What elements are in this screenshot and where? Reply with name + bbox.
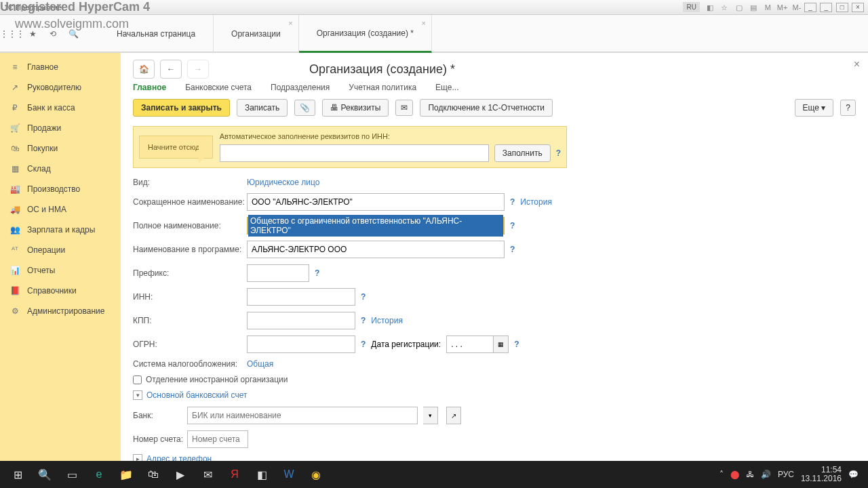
help-icon[interactable]: ? (361, 316, 366, 325)
attach-button[interactable]: 📎 (294, 100, 315, 116)
dropdown-icon[interactable]: ▾ (423, 407, 438, 424)
calc-icon[interactable]: ▤ (748, 2, 759, 13)
edge-icon[interactable]: e (85, 461, 113, 488)
help-icon[interactable]: ? (510, 221, 515, 230)
tool-icon[interactable]: M+ (777, 2, 788, 13)
save-close-button[interactable]: Записать и закрыть (133, 99, 230, 117)
sidebar-item-reports[interactable]: 📊Отчеты (0, 260, 121, 281)
sidebar-item-main[interactable]: ≡Главное (0, 57, 121, 77)
network-icon[interactable]: 🖧 (746, 470, 754, 479)
sidebar-item-admin[interactable]: ⚙Администрирование (0, 301, 121, 321)
tray-icon[interactable]: ˄ (719, 470, 724, 479)
forward-button[interactable]: → (187, 60, 209, 79)
lang-indicator[interactable]: RU (683, 2, 699, 12)
ogrn-input[interactable] (247, 336, 355, 353)
taskview-icon[interactable]: ▭ (58, 461, 85, 488)
star-icon[interactable]: ★ (26, 27, 39, 41)
subtab-bank[interactable]: Банковские счета (185, 83, 252, 92)
bank-input[interactable] (187, 407, 418, 424)
volume-icon[interactable]: 🔊 (761, 470, 771, 479)
movies-icon[interactable]: ▶ (167, 461, 194, 488)
bank-section-toggle[interactable]: ▾ Основной банковский счет (133, 390, 703, 400)
apps-icon[interactable]: ⋮⋮⋮ (5, 27, 19, 41)
tab-org-create[interactable]: Организация (создание) *× (299, 15, 432, 53)
minimize-btn[interactable]: _ (804, 3, 816, 12)
account-input[interactable] (187, 430, 248, 448)
foreign-checkbox[interactable] (133, 375, 142, 384)
tool-icon[interactable]: ◧ (705, 2, 715, 13)
notifications-icon[interactable]: 💬 (848, 470, 859, 479)
inn-autofill-input[interactable] (220, 144, 489, 162)
short-name-input[interactable] (247, 193, 505, 211)
sidebar-item-salary[interactable]: 👥Зарплата и кадры (0, 220, 121, 240)
tab-orgs[interactable]: Организации× (214, 15, 299, 53)
subtab-accounting[interactable]: Учетная политика (349, 83, 416, 92)
regdate-input[interactable] (446, 336, 494, 353)
help-icon[interactable]: ? (315, 268, 319, 278)
prog-name-input[interactable] (247, 241, 505, 258)
help-icon[interactable]: ? (556, 148, 561, 158)
sidebar-item-catalogs[interactable]: 📕Справочники (0, 281, 121, 301)
favorite-icon[interactable]: ☆ (719, 2, 730, 13)
tool-icon[interactable]: M (762, 2, 773, 13)
close-btn[interactable]: × (852, 3, 864, 12)
kpp-input[interactable] (247, 312, 355, 329)
sidebar-item-bank[interactable]: ₽Банк и касса (0, 98, 121, 118)
help-icon[interactable]: ? (361, 340, 366, 349)
help-icon[interactable]: ? (514, 340, 519, 349)
close-icon[interactable]: × (288, 19, 292, 27)
subtab-main[interactable]: Главное (133, 83, 166, 92)
yandex-icon[interactable]: Я (221, 461, 248, 488)
mail-button[interactable]: ✉ (395, 100, 413, 116)
search-icon[interactable]: 🔍 (66, 27, 80, 41)
record-icon[interactable]: ⬤ (730, 470, 739, 479)
kind-value[interactable]: Юридическое лицо (247, 178, 319, 187)
tool-icon[interactable]: ▢ (734, 2, 745, 13)
tax-value[interactable]: Общая (247, 359, 273, 369)
clock[interactable]: 11:54 13.11.2016 (801, 466, 842, 483)
sidebar-item-sales[interactable]: 🛒Продажи (0, 118, 121, 138)
help-icon[interactable]: ? (361, 292, 366, 302)
word-icon[interactable]: W (275, 461, 302, 488)
history-link[interactable]: История (520, 197, 552, 207)
app-icon[interactable]: ◧ (248, 461, 275, 488)
save-button[interactable]: Записать (237, 99, 288, 117)
help-icon[interactable]: ? (510, 197, 515, 207)
tab-home[interactable]: Начальная страница (99, 15, 214, 53)
tool-icon[interactable]: M- (791, 2, 802, 13)
sidebar-item-operations[interactable]: ᴬᵀОперации (0, 240, 121, 260)
more-button[interactable]: Еще ▾ (795, 99, 834, 117)
store-icon[interactable]: 🛍 (140, 461, 167, 488)
explorer-icon[interactable]: 📁 (113, 461, 140, 488)
sidebar-item-manager[interactable]: ↗Руководителю (0, 77, 121, 98)
inn-input[interactable] (247, 288, 355, 306)
requisites-button[interactable]: 🖶 Реквизиты (322, 99, 389, 117)
fill-button[interactable]: Заполнить (494, 144, 551, 162)
help-button[interactable]: ? (840, 100, 856, 116)
maximize-btn[interactable]: □ (836, 3, 848, 12)
home-button[interactable]: 🏠 (133, 60, 155, 79)
minimize-btn[interactable]: _ (820, 3, 832, 12)
sidebar-item-assets[interactable]: 🚚ОС и НМА (0, 199, 121, 220)
back-button[interactable]: ← (160, 60, 182, 79)
history-link[interactable]: История (371, 316, 403, 325)
search-icon[interactable]: 🔍 (31, 461, 58, 488)
close-icon[interactable]: × (422, 19, 426, 27)
sidebar-item-purchases[interactable]: 🛍Покупки (0, 138, 121, 159)
prefix-input[interactable] (247, 264, 309, 282)
lang-icon[interactable]: РУС (778, 470, 794, 479)
mail-icon[interactable]: ✉ (194, 461, 221, 488)
history-icon[interactable]: ⟲ (46, 27, 60, 41)
sidebar-item-production[interactable]: 🏭Производство (0, 179, 121, 199)
1c-icon[interactable]: ◉ (302, 461, 330, 488)
subtab-divisions[interactable]: Подразделения (271, 83, 330, 92)
full-name-input[interactable]: Общество с ограниченной ответственностью… (247, 217, 505, 235)
close-page-icon[interactable]: × (854, 58, 860, 70)
calendar-icon[interactable]: ▦ (494, 336, 509, 353)
open-icon[interactable]: ↗ (446, 407, 461, 424)
connect-button[interactable]: Подключение к 1С-Отчетности (420, 99, 553, 117)
subtab-more[interactable]: Еще... (435, 83, 458, 92)
start-button[interactable]: ⊞ (4, 461, 31, 488)
help-icon[interactable]: ? (510, 245, 515, 254)
sidebar-item-warehouse[interactable]: ▦Склад (0, 159, 121, 179)
